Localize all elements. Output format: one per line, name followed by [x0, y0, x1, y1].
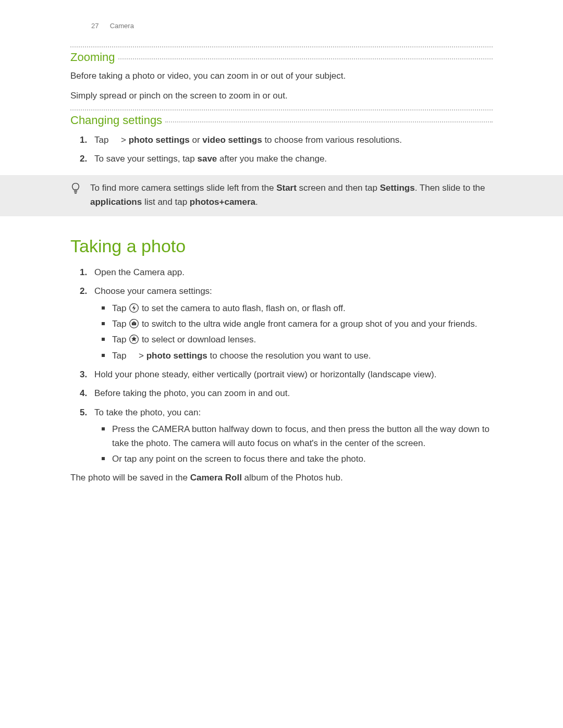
- taking-photo-steps: Open the Camera app. Choose your camera …: [70, 266, 493, 466]
- heading-changing-settings: Changing settings: [70, 110, 165, 128]
- heading-dotted-rule: [118, 50, 493, 59]
- camera-settings-bullets: Tap to set the camera to auto flash, fla…: [94, 302, 493, 363]
- text: The photo will be saved in the: [70, 473, 190, 483]
- tip-text: To find more camera settings slide left …: [88, 181, 493, 209]
- text: . Then slide to the: [415, 183, 485, 193]
- more-icon: [129, 351, 136, 361]
- text: Tap: [112, 351, 129, 361]
- closing-paragraph: The photo will be saved in the Camera Ro…: [70, 471, 493, 485]
- step-2: To save your settings, tap save after yo…: [70, 152, 493, 166]
- start-label: Start: [276, 183, 297, 193]
- text: or: [190, 135, 203, 145]
- svg-rect-6: [133, 322, 134, 323]
- front-camera-icon: [129, 319, 142, 329]
- lenses-icon: [129, 335, 142, 344]
- flash-icon: [129, 303, 142, 313]
- text: Tap: [112, 303, 129, 313]
- page-number: 27: [91, 22, 108, 30]
- heading-row-zooming: Zooming: [70, 47, 493, 65]
- zooming-para-2: Simply spread or pinch on the screen to …: [70, 89, 493, 103]
- heading-row-changing-settings: Changing settings: [70, 110, 493, 128]
- bullet-tap-to-focus: Or tap any point on the screen to focus …: [94, 452, 493, 466]
- text: to choose from various resolutions.: [262, 135, 402, 145]
- text: Tap: [112, 335, 129, 344]
- text: >: [136, 351, 146, 361]
- text: Choose your camera settings:: [94, 286, 212, 296]
- text: after you make the change.: [217, 154, 327, 164]
- zooming-para-1: Before taking a photo or video, you can …: [70, 69, 493, 83]
- settings-label: Settings: [380, 183, 415, 193]
- text: Tap: [94, 135, 111, 145]
- bullet-lenses: Tap to select or download lenses.: [94, 333, 493, 347]
- bullet-front-camera: Tap to switch to the ultra wide angle fr…: [94, 317, 493, 331]
- photos-camera-label: photos+camera: [190, 197, 255, 207]
- step-3: Hold your phone steady, either verticall…: [70, 368, 493, 381]
- photo-settings-label: photo settings: [129, 135, 190, 145]
- applications-label: applications: [90, 197, 142, 207]
- heading-zooming: Zooming: [70, 47, 118, 65]
- take-photo-bullets: Press the CAMERA button halfway down to …: [94, 423, 493, 466]
- running-header: 27 Camera: [91, 22, 493, 30]
- text: .: [255, 197, 258, 207]
- camera-roll-label: Camera Roll: [190, 473, 242, 483]
- text: >: [118, 135, 128, 145]
- step-5: To take the photo, you can: Press the CA…: [70, 406, 493, 466]
- svg-point-7: [133, 323, 135, 325]
- text: To take the photo, you can:: [94, 408, 201, 417]
- text: Tap: [112, 319, 129, 329]
- text: to select or download lenses.: [142, 335, 256, 344]
- section-name: Camera: [110, 22, 134, 30]
- changing-settings-steps: Tap > photo settings or video settings t…: [70, 133, 493, 166]
- tip-callout: To find more camera settings slide left …: [0, 175, 563, 216]
- bullet-photo-settings: Tap > photo settings to choose the resol…: [94, 349, 493, 363]
- text: to set the camera to auto flash, flash o…: [142, 303, 346, 313]
- step-1: Tap > photo settings or video settings t…: [70, 133, 493, 147]
- text: to switch to the ultra wide angle front …: [142, 319, 478, 329]
- bullet-flash: Tap to set the camera to auto flash, fla…: [94, 302, 493, 315]
- more-icon: [111, 135, 118, 145]
- heading-taking-a-photo: Taking a photo: [70, 236, 493, 256]
- bullet-camera-button: Press the CAMERA button halfway down to …: [94, 423, 493, 450]
- heading-dotted-rule: [165, 113, 493, 122]
- video-settings-label: video settings: [202, 135, 262, 145]
- text: To find more camera settings slide left …: [90, 183, 276, 193]
- document-page: 27 Camera Zooming Before taking a photo …: [0, 0, 563, 728]
- text: To save your settings, tap: [94, 154, 198, 164]
- step-1: Open the Camera app.: [70, 266, 493, 279]
- save-label: save: [198, 154, 217, 164]
- photo-settings-label: photo settings: [146, 351, 207, 361]
- text: to choose the resolution you want to use…: [207, 351, 371, 361]
- text: screen and then tap: [297, 183, 380, 193]
- step-2: Choose your camera settings: Tap to set …: [70, 285, 493, 363]
- lightbulb-icon: [70, 182, 88, 197]
- step-4: Before taking the photo, you can zoom in…: [70, 387, 493, 400]
- text: list and tap: [142, 197, 190, 207]
- text: album of the Photos hub.: [242, 473, 343, 483]
